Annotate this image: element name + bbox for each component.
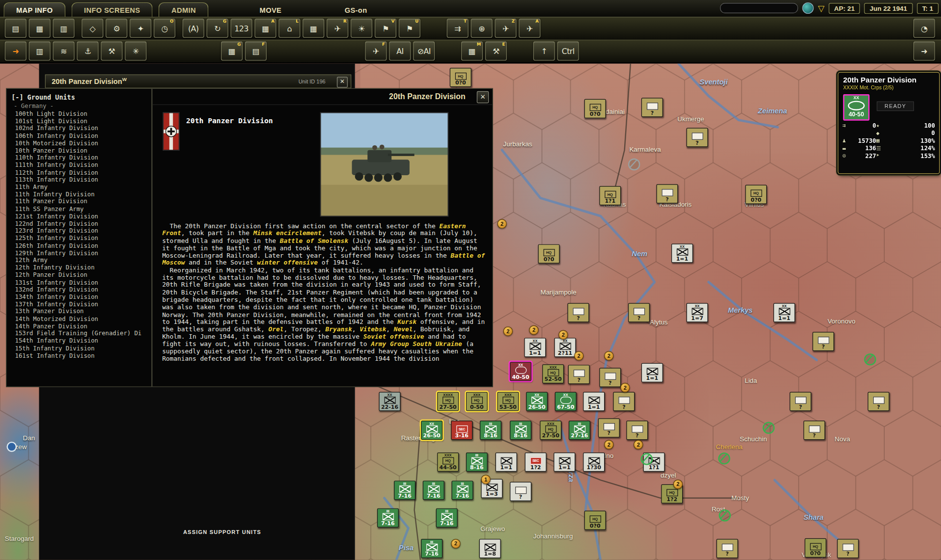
map-unit-counter[interactable]: ? xyxy=(717,539,738,558)
map-unit-counter[interactable]: III27-16 xyxy=(569,421,590,440)
alert-triangle-icon[interactable]: ▽ xyxy=(818,4,825,12)
map-unit-counter[interactable]: ? xyxy=(628,303,650,322)
detail-close-button[interactable]: ✕ xyxy=(477,91,489,103)
radio-icon[interactable]: (A) xyxy=(183,19,204,38)
unit-info-panel[interactable]: 20th Panzer Division XXXIX Mot. Crps (2/… xyxy=(838,72,940,174)
map-unit-counter[interactable]: ? xyxy=(568,365,590,384)
map-unit-counter[interactable]: III8-16 xyxy=(466,453,488,472)
map-unit-counter[interactable]: ? xyxy=(656,184,678,203)
map-unit-counter[interactable]: XXXHQ44-50 xyxy=(437,453,459,472)
unit-list-item[interactable]: 14th Panzer Division xyxy=(6,323,151,330)
depot-build-icon[interactable]: ▤F xyxy=(245,41,267,60)
factory-icon[interactable]: ⌂L xyxy=(278,19,300,38)
advance-phase-icon[interactable]: ➜ xyxy=(5,41,27,60)
naval-icon[interactable]: ⚓ xyxy=(77,41,99,60)
map-unit-counter[interactable]: XX22-16 xyxy=(379,392,401,411)
map-unit-counter[interactable]: XXXHQ0-50 xyxy=(466,392,488,411)
unit-window-titlebar[interactable]: 20th Panzer DivisionW Unit ID 196 ✕ xyxy=(45,75,352,88)
map-unit-counter[interactable]: 1=1 xyxy=(554,453,575,472)
unit-list-item[interactable]: 12th Panzer Division xyxy=(6,271,151,279)
map-unit-counter[interactable]: ? xyxy=(687,128,708,147)
rail-transport-icon[interactable]: ⇉T xyxy=(447,19,469,38)
map-unit-counter[interactable]: III7-16 xyxy=(436,508,458,528)
map-unit-counter[interactable]: 1=1 xyxy=(641,363,663,382)
unit-list-item[interactable]: 125th Infantry Division xyxy=(6,235,151,242)
unit-list-item[interactable]: 10th Panzer Division xyxy=(6,147,151,155)
map-unit-counter[interactable]: 1=1 xyxy=(583,392,605,411)
map-unit-counter[interactable]: 1=8 xyxy=(479,539,501,558)
map-unit-counter[interactable]: HQ0?0 xyxy=(538,244,560,264)
clock-icon[interactable]: ◷O xyxy=(154,19,175,38)
unit-list-item[interactable]: 122nd Infantry Division xyxy=(6,220,151,228)
map-unit-counter[interactable]: ? xyxy=(567,303,589,322)
dig-icon[interactable]: ⚒E xyxy=(485,41,507,60)
unit-list-item[interactable]: 137th Infantry Division xyxy=(6,301,151,308)
unit-list-item[interactable]: 121st Infantry Division xyxy=(6,213,151,220)
air-mission-a-icon[interactable]: ✈A xyxy=(519,19,540,38)
weather-icon[interactable]: ☀ xyxy=(351,19,372,38)
flag-u-icon[interactable]: ⚑U xyxy=(399,19,420,38)
map-unit-counter[interactable]: ? xyxy=(837,539,858,558)
counter-mode-icon[interactable]: ▤ xyxy=(5,19,27,38)
tab-gs-on[interactable]: GS-on xyxy=(332,3,379,17)
air-mission-z-icon[interactable]: ✈Z xyxy=(495,19,517,38)
unit-list-item[interactable]: 126th Infantry Division xyxy=(6,242,151,250)
map-unit-counter[interactable]: XX1=1 xyxy=(774,303,795,322)
unit-list-item[interactable]: 134th Infantry Division xyxy=(6,293,151,301)
sea-transport-icon[interactable]: ≋ xyxy=(53,41,75,60)
unit-list-item[interactable]: 100th Light Division xyxy=(6,110,151,118)
unit-list-item[interactable]: 161st Infantry Divison xyxy=(6,352,151,359)
numbers-icon[interactable]: 123 xyxy=(231,19,252,38)
assign-support-units-label[interactable]: ASSIGN SUPPORT UNITS xyxy=(183,529,261,535)
air-doctrine-icon[interactable]: ✈F xyxy=(365,41,387,60)
message-bar[interactable] xyxy=(720,3,798,13)
engineer-icon[interactable]: ⚒ xyxy=(101,41,122,60)
map-unit-counter[interactable]: ? xyxy=(803,421,825,440)
unit-list-item[interactable]: 12th Infantry Division xyxy=(6,264,151,271)
map-unit-counter[interactable]: III7-16 xyxy=(451,480,473,500)
refresh-icon[interactable]: ↻G xyxy=(207,19,228,38)
map-unit-counter[interactable]: 1=1 xyxy=(496,453,517,472)
map-unit-counter[interactable]: III8-16 xyxy=(480,421,501,440)
map-unit-counter[interactable]: XXXXHQ27-50 xyxy=(437,392,459,411)
unit-list-item[interactable]: 154th Infantry Division xyxy=(6,338,151,345)
unit-list-item[interactable]: 11th Infantry Division xyxy=(6,191,151,198)
bombard-icon[interactable]: ✳ xyxy=(125,41,146,60)
map-unit-counter[interactable]: ? xyxy=(510,482,531,501)
combat-burst-icon[interactable]: ✦ xyxy=(130,19,151,38)
gear-icon[interactable]: ⚙ xyxy=(106,19,127,38)
city-icon[interactable]: ▦A xyxy=(254,19,276,38)
map-unit-counter[interactable]: 1?30 xyxy=(583,453,605,472)
tab-map-info[interactable]: MAP INFO xyxy=(3,2,65,17)
map-unit-counter[interactable]: III8-16 xyxy=(510,421,531,440)
unit-list-item[interactable]: 101st Light Division xyxy=(6,118,151,125)
airbase-icon[interactable]: ✈R xyxy=(327,19,348,38)
unit-list-item[interactable]: 12th Army xyxy=(6,257,151,264)
unit-list-item[interactable]: 111th Infantry Division xyxy=(6,161,151,169)
unit-list-item[interactable]: 15th Infantry Division xyxy=(6,345,151,352)
close-button[interactable]: ✕ xyxy=(337,77,348,88)
map-unit-counter[interactable]: ? xyxy=(868,392,889,411)
map-unit-counter[interactable]: SEC1?2 xyxy=(525,453,547,472)
unit-list-item[interactable]: 11th Panzer Division xyxy=(6,198,151,206)
map-unit-counter[interactable]: ? xyxy=(626,421,648,440)
map-unit-counter[interactable]: HQ0?0 xyxy=(745,185,767,204)
shift-key-icon[interactable]: ↑ xyxy=(533,41,555,60)
map-unit-counter[interactable]: XX26-50 xyxy=(421,421,443,440)
map-unit-counter[interactable]: XXXHQ52-50 xyxy=(542,364,564,383)
unit-list-item[interactable]: 153rd Field Training (Grenadier) Di xyxy=(6,330,151,338)
scroll-right-icon[interactable]: ➜ xyxy=(913,41,935,60)
flag-v-icon[interactable]: ⚑V xyxy=(375,19,396,38)
globe-icon[interactable] xyxy=(803,2,814,14)
map-unit-counter[interactable]: XX40-50 xyxy=(510,362,531,381)
map-unit-counter[interactable]: HQ0?0 xyxy=(804,538,826,558)
air-transport-icon[interactable]: ⊕ xyxy=(471,19,493,38)
unit-list-item[interactable]: 106th Infantry Division xyxy=(6,133,151,140)
unit-list-item[interactable]: 13th Panzer Divison xyxy=(6,308,151,316)
map-unit-counter[interactable]: III7-16 xyxy=(394,480,415,500)
unit-list-item[interactable]: 11th SS Panzer Army xyxy=(6,206,151,213)
ai-off-icon[interactable]: ⊘AI xyxy=(413,41,435,60)
map-unit-counter[interactable]: HQ0?0 xyxy=(450,68,471,87)
unit-list-item[interactable]: 112th Infantry Division xyxy=(6,169,151,176)
depot-grid-icon[interactable]: ▦ xyxy=(303,19,324,38)
